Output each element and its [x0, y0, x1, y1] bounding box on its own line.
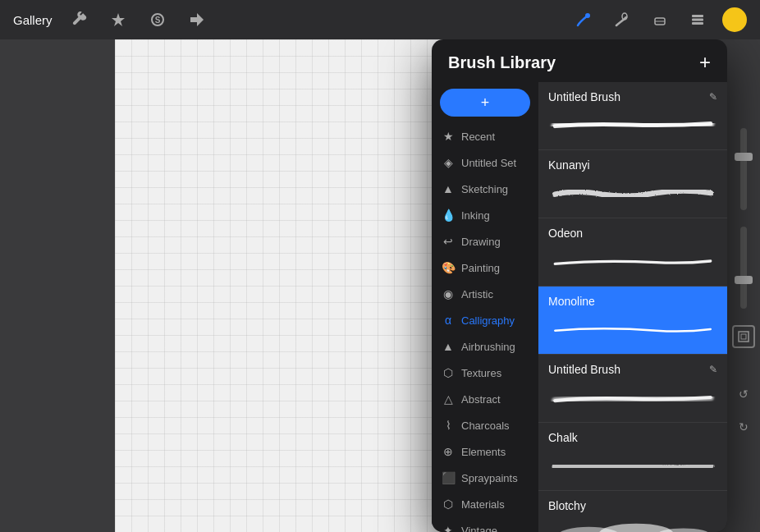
airbrushing-icon: ▲: [442, 340, 455, 353]
eraser-button[interactable]: [647, 7, 673, 33]
brush-header-blotchy: Blotchy: [548, 499, 717, 512]
brush-item-untitled-brush-2[interactable]: Untitled Brush✎: [538, 355, 727, 423]
sidebar-item-spraypaints[interactable]: ⬛Spraypaints: [432, 465, 538, 491]
brush-header-untitled-brush-2: Untitled Brush✎: [548, 363, 717, 376]
vintage-icon: ✦: [442, 524, 455, 532]
brush-header-odeon: Odeon: [548, 227, 717, 240]
arrow-icon: [189, 11, 205, 28]
svg-rect-10: [741, 334, 746, 339]
brush-stroke-kunanyi: [548, 177, 717, 209]
brush-edit-icon-untitled-brush-2[interactable]: ✎: [709, 364, 717, 375]
textures-icon: ⬡: [442, 366, 455, 379]
charcoals-icon: ⌇: [442, 419, 455, 432]
sidebar-add-button[interactable]: +: [440, 89, 530, 117]
opacity-slider[interactable]: [740, 227, 747, 309]
brush-stroke-untitled-brush-1: [548, 108, 717, 141]
sidebar-label-calligraphy: Calligraphy: [461, 314, 515, 327]
brush-item-chalk[interactable]: Chalk: [538, 423, 727, 491]
sidebar-item-elements[interactable]: ⊕Elements: [432, 438, 538, 465]
sidebar-item-painting[interactable]: 🎨Painting: [432, 255, 538, 281]
sidebar-label-spraypaints: Spraypaints: [461, 472, 518, 484]
brush-item-odeon[interactable]: Odeon: [538, 218, 727, 287]
brush-item-blotchy[interactable]: Blotchy: [538, 491, 727, 532]
smudge-button[interactable]: S: [144, 7, 171, 33]
redo-button[interactable]: ↻: [730, 414, 757, 440]
panel-title: Brush Library: [448, 53, 556, 72]
arrow-button[interactable]: [184, 7, 210, 33]
brush-stroke-odeon: [548, 245, 717, 277]
elements-icon: ⊕: [442, 445, 455, 458]
sidebar-item-calligraphy[interactable]: αCalligraphy: [432, 307, 538, 333]
brush-stroke-blotchy: [548, 517, 717, 532]
brush-name-kunanyi: Kunanyi: [548, 158, 590, 172]
brush-name-untitled-brush-2: Untitled Brush: [548, 363, 620, 376]
sidebar-item-sketching[interactable]: ▲Sketching: [432, 176, 538, 202]
sidebar-label-elements: Elements: [461, 446, 506, 458]
brush-item-untitled-brush-1[interactable]: Untitled Brush✎: [538, 82, 727, 150]
svg-rect-6: [692, 15, 703, 17]
panel-add-button[interactable]: +: [699, 53, 711, 72]
brush-tool-button[interactable]: [571, 7, 597, 33]
spraypaints-icon: ⬛: [442, 471, 455, 484]
sidebar-item-vintage[interactable]: ✦Vintage: [432, 517, 538, 532]
sidebar-label-drawing: Drawing: [461, 236, 501, 248]
wrench-button[interactable]: [66, 7, 92, 33]
modify-icon: [110, 11, 126, 28]
panel-header: Brush Library +: [432, 39, 727, 82]
brush-size-slider[interactable]: [740, 128, 747, 210]
color-swatch[interactable]: [722, 7, 747, 32]
svg-text:S: S: [154, 16, 160, 25]
brush-size-thumb: [735, 153, 753, 161]
brush-stroke-chalk: [548, 449, 717, 482]
brush-name-chalk: Chalk: [548, 431, 578, 444]
brush-edit-icon-untitled-brush-1[interactable]: ✎: [709, 91, 717, 103]
toolbar-right: [571, 7, 747, 33]
canvas-paper[interactable]: [115, 39, 456, 532]
brush-library-panel: Brush Library + + ★Recent◈Untitled Set▲S…: [432, 39, 727, 532]
undo-button[interactable]: ↺: [730, 381, 757, 407]
sidebar-item-textures[interactable]: ⬡Textures: [432, 360, 538, 386]
sidebar-item-inking[interactable]: 💧Inking: [432, 202, 538, 228]
toolbar-left: Gallery S: [13, 7, 210, 33]
abstract-icon: △: [442, 392, 455, 406]
svg-rect-8: [692, 22, 703, 25]
artistic-icon: ◉: [442, 287, 455, 300]
svg-rect-7: [692, 19, 703, 21]
gallery-button[interactable]: Gallery: [13, 13, 53, 27]
sidebar-item-drawing[interactable]: ↩Drawing: [432, 228, 538, 255]
brush-item-kunanyi[interactable]: Kunanyi: [538, 150, 727, 218]
sidebar-label-textures: Textures: [461, 367, 501, 379]
svg-point-12: [599, 524, 674, 532]
brush-stroke-untitled-brush-2: [548, 381, 717, 414]
brush-header-chalk: Chalk: [548, 431, 717, 444]
sidebar-label-charcoals: Charcoals: [461, 420, 510, 432]
sidebar-label-painting: Painting: [461, 262, 500, 274]
sidebar-label-artistic: Artistic: [461, 288, 493, 300]
modify-button[interactable]: [105, 7, 131, 33]
drawing-icon: ↩: [442, 235, 455, 248]
panel-body: + ★Recent◈Untitled Set▲Sketching💧Inking↩…: [432, 82, 727, 532]
sidebar-item-untitled-set[interactable]: ◈Untitled Set: [432, 149, 538, 176]
brush-name-untitled-brush-1: Untitled Brush: [548, 90, 620, 103]
sidebar-label-vintage: Vintage: [461, 525, 497, 533]
svg-marker-0: [112, 13, 125, 26]
brush-item-monoline[interactable]: Monoline: [538, 287, 727, 355]
sidebar-item-recent[interactable]: ★Recent: [432, 123, 538, 149]
sidebar-item-artistic[interactable]: ◉Artistic: [432, 281, 538, 307]
sidebar-item-materials[interactable]: ⬡Materials: [432, 491, 538, 517]
brush-name-blotchy: Blotchy: [548, 499, 586, 512]
opacity-thumb: [735, 276, 753, 284]
sidebar-label-abstract: Abstract: [461, 393, 501, 406]
recent-icon: ★: [442, 130, 455, 143]
svg-point-3: [585, 13, 590, 18]
eraser-icon: [652, 11, 668, 28]
brush-name-odeon: Odeon: [548, 227, 583, 240]
transform-icon[interactable]: [732, 325, 755, 348]
painting-icon: 🎨: [442, 261, 455, 274]
smudge-tool-button[interactable]: [609, 7, 635, 33]
sidebar-item-airbrushing[interactable]: ▲Airbrushing: [432, 333, 538, 360]
inking-icon: 💧: [442, 209, 455, 222]
sidebar-item-abstract[interactable]: △Abstract: [432, 386, 538, 412]
sidebar-item-charcoals[interactable]: ⌇Charcoals: [432, 412, 538, 438]
layers-button[interactable]: [684, 7, 711, 33]
